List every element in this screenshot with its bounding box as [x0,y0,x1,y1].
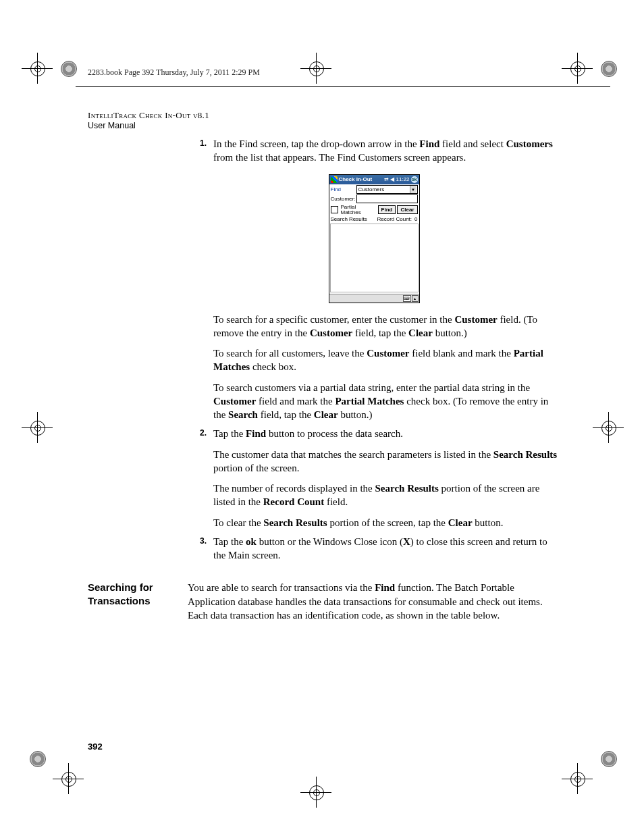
customer-label: Customer: [331,197,356,202]
customer-input[interactable] [356,194,418,203]
signal-icon: ⇄ [384,177,389,182]
search-results-label: Search Results [331,217,367,222]
find-label: Find [331,187,356,192]
windows-flag-icon [331,176,338,183]
regmark-bot-right-sphere [593,743,624,774]
para-all-customers: To search for all customers, leave the C… [213,346,560,374]
page-number: 392 [88,741,103,752]
regmark-bot-left-sphere [22,743,53,774]
device-bottombar: ⌨ ▴ [329,294,419,303]
book-header: 2283.book Page 392 Thursday, July 7, 201… [88,68,560,78]
regmark-bot-right-target [562,763,593,794]
find-select-value: Customers [358,187,385,192]
section-searching-transactions: Searching for Transactions You are able … [88,581,560,622]
section-heading: Searching for Transactions [88,581,188,622]
keyboard-icon[interactable]: ⌨ [403,295,411,302]
device-body: Find Customers Customer: Partial Matches… [329,184,419,294]
find-select[interactable]: Customers [356,185,418,194]
step-number: 1. [188,137,207,165]
partial-matches-checkbox[interactable] [331,206,338,213]
device-time: 11:22 [396,177,409,182]
clear-button[interactable]: Clear [397,205,417,214]
step-body: Tap the Find button to process the data … [213,427,560,440]
para-search-results: The customer data that matches the searc… [213,448,560,475]
regmark-top-left-sphere [53,53,84,84]
find-button[interactable]: Find [378,205,396,214]
regmark-top-right-target [562,53,593,84]
regmark-top-left-target [22,53,53,84]
step-3: 3. Tap the ok button or the Windows Clos… [188,535,560,563]
step-body: Tap the ok button or the Windows Close i… [213,535,560,563]
regmark-bot-left-target [53,763,84,794]
partial-matches-label: Partial Matches [341,205,377,215]
para-record-count: The number of records displayed in the S… [213,481,560,509]
regmark-mid-left-target [22,412,53,443]
device-titlebar: Check In-Out ⇄ ◀ 11:22 ok [329,175,419,184]
device-title: Check In-Out [339,177,373,182]
title-line-1: IntelliTrack Check In-Out v8.1 [88,110,560,121]
record-count-value: 0 [414,217,417,222]
device-status: ⇄ ◀ 11:22 ok [384,176,417,183]
step-1: 1. In the Find screen, tap the drop-down… [188,137,560,165]
section-body: You are able to search for transactions … [188,581,560,622]
title-line-2: User Manual [88,121,560,130]
regmark-mid-right-target [593,412,624,443]
results-list[interactable] [330,224,419,292]
ok-button[interactable]: ok [411,176,418,183]
device-screenshot: Check In-Out ⇄ ◀ 11:22 ok Find Customers [329,174,420,303]
step-number: 2. [188,427,207,440]
running-title: IntelliTrack Check In-Out v8.1 User Manu… [88,110,560,130]
page-content: 2283.book Page 392 Thursday, July 7, 201… [88,68,560,622]
record-count-label: Record Count: [377,217,412,222]
volume-icon: ◀ [390,177,394,182]
main-content: 1. In the Find screen, tap the drop-down… [88,137,560,622]
regmark-bot-center-target [300,777,331,808]
para-specific-customer: To search for a specific customer, enter… [213,313,560,340]
para-partial-string: To search customers via a partial data s… [213,381,560,422]
para-clear-results: To clear the Search Results portion of t… [213,516,560,529]
step-number: 3. [188,535,207,563]
step-body: In the Find screen, tap the drop-down ar… [213,137,560,165]
step-2: 2. Tap the Find button to process the da… [188,427,560,440]
menu-up-icon[interactable]: ▴ [412,295,419,302]
regmark-top-right-sphere [593,53,624,84]
